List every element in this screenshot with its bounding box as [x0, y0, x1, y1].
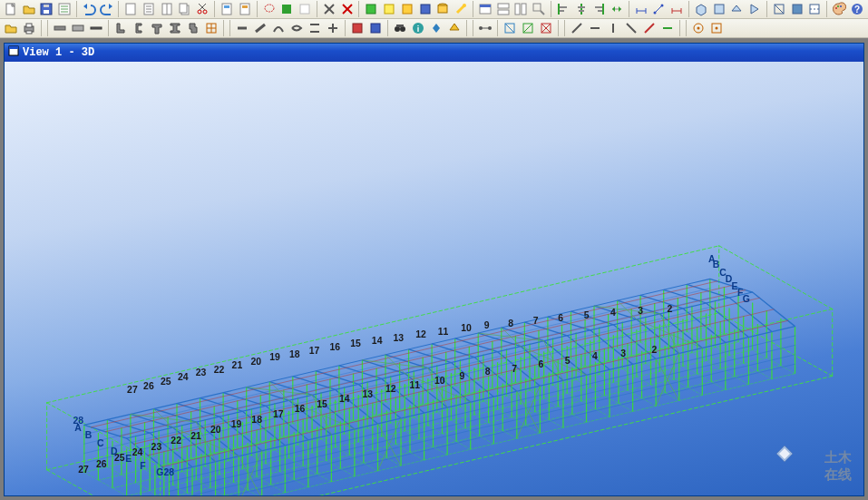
lasso-button[interactable]: [260, 0, 278, 18]
scissors-button[interactable]: [320, 0, 338, 18]
render-shade-icon: [790, 2, 805, 16]
profile-T-button[interactable]: [148, 19, 166, 37]
report2-icon: [238, 2, 252, 16]
align-left-button[interactable]: [554, 0, 572, 18]
mask2-button[interactable]: [519, 19, 537, 37]
render-wire-button[interactable]: [770, 0, 788, 18]
view-top-button[interactable]: [728, 0, 746, 18]
window-fit-button[interactable]: [476, 0, 494, 18]
report2-button[interactable]: [236, 0, 254, 18]
open-gold-button[interactable]: [2, 19, 20, 37]
plot-list-icon: [57, 2, 72, 16]
new-file-button[interactable]: [2, 0, 20, 18]
align-h-button[interactable]: [572, 0, 590, 18]
sort-button[interactable]: [427, 19, 445, 37]
view-3d-button[interactable]: [692, 0, 710, 18]
view-titlebar[interactable]: View 1 - 3D: [5, 44, 863, 62]
line4-button[interactable]: [622, 19, 640, 37]
mask-red-button[interactable]: [537, 19, 555, 37]
box-highlight1-button[interactable]: [380, 0, 398, 18]
svg-line-22: [200, 4, 206, 10]
grid-label: 17: [309, 346, 320, 356]
color-swatch-button[interactable]: [278, 0, 296, 18]
conn4-button[interactable]: [288, 19, 306, 37]
render-shade-button[interactable]: [788, 0, 806, 18]
snap1-button[interactable]: [689, 19, 707, 37]
zoom-window-button[interactable]: [530, 0, 548, 18]
grid-label: 5: [584, 310, 590, 320]
beam2-button[interactable]: [69, 19, 87, 37]
db-yellow-icon: [435, 2, 450, 16]
plate-red-button[interactable]: [348, 19, 366, 37]
line1-button[interactable]: [568, 19, 586, 37]
dim-red-button[interactable]: [668, 0, 686, 18]
save-button[interactable]: [38, 0, 56, 18]
grid-label: 27: [78, 465, 89, 475]
info-teal-button[interactable]: i: [409, 19, 427, 37]
svg-rect-37: [403, 5, 412, 14]
conn4-icon: [289, 21, 304, 35]
dim2-button[interactable]: [650, 0, 668, 18]
page-lines-button[interactable]: [140, 0, 158, 18]
profile-C-button[interactable]: [130, 19, 148, 37]
svg-point-78: [837, 5, 839, 7]
profile-Z-button[interactable]: [184, 19, 202, 37]
box-green-button[interactable]: [362, 0, 380, 18]
line2-button[interactable]: [586, 19, 604, 37]
svg-line-348: [169, 345, 795, 491]
report1-button[interactable]: [218, 0, 236, 18]
mask-red-icon: [539, 21, 553, 35]
new-file-icon: [4, 2, 18, 16]
cut-red-button[interactable]: [338, 0, 356, 18]
conn1-button[interactable]: [233, 19, 251, 37]
box-blue-button[interactable]: [416, 0, 434, 18]
conn5-button[interactable]: [306, 19, 324, 37]
toolbar-separator: [229, 20, 230, 36]
tool-yellow-button[interactable]: [452, 0, 470, 18]
viewport-3d[interactable]: 2345678910111213141516171819202122232425…: [5, 62, 863, 495]
view-front-button[interactable]: [710, 0, 728, 18]
svg-rect-11: [126, 4, 135, 15]
box-highlight2-button[interactable]: [398, 0, 416, 18]
blank-button[interactable]: [296, 0, 314, 18]
up-yellow-button[interactable]: [445, 19, 463, 37]
view-right-button[interactable]: [746, 0, 764, 18]
conn6-button[interactable]: [324, 19, 342, 37]
conn3-button[interactable]: [269, 19, 288, 37]
open-file-button[interactable]: [20, 0, 38, 18]
mask1-button[interactable]: [501, 19, 519, 37]
db-yellow-button[interactable]: [434, 0, 452, 18]
page-button[interactable]: [122, 0, 140, 18]
align-right-button[interactable]: [590, 0, 608, 18]
grid-label: 22: [171, 436, 181, 446]
plot-list-button[interactable]: [55, 0, 73, 18]
redo-button[interactable]: [98, 0, 116, 18]
print-button[interactable]: [20, 19, 38, 37]
grid-label: 12: [415, 329, 426, 339]
line5-button[interactable]: [640, 19, 658, 37]
beam1-button[interactable]: [51, 19, 69, 37]
profile-L-button[interactable]: [112, 19, 130, 37]
plate-blue-button[interactable]: [366, 19, 385, 37]
beam3-button[interactable]: [87, 19, 105, 37]
palette-button[interactable]: [830, 0, 848, 18]
grid-button[interactable]: [202, 19, 220, 37]
grid-label: 26: [143, 381, 154, 391]
binoculars-button[interactable]: [391, 19, 409, 37]
snap2-button[interactable]: [707, 19, 726, 37]
undo-button[interactable]: [80, 0, 98, 18]
copy-special-button[interactable]: [176, 0, 194, 18]
page-columns-button[interactable]: [158, 0, 176, 18]
dim-toggle-button[interactable]: [476, 19, 494, 37]
dim1-button[interactable]: [632, 0, 650, 18]
line6-button[interactable]: [658, 19, 677, 37]
render-hidden-button[interactable]: [806, 0, 824, 18]
tile-v-button[interactable]: [512, 0, 530, 18]
tile-h-button[interactable]: [494, 0, 512, 18]
cut-button[interactable]: [193, 0, 211, 18]
conn2-button[interactable]: [251, 19, 269, 37]
profile-I-button[interactable]: [166, 19, 184, 37]
help-button[interactable]: ?: [848, 0, 866, 18]
align-spread-button[interactable]: [608, 0, 626, 18]
line3-button[interactable]: [604, 19, 622, 37]
